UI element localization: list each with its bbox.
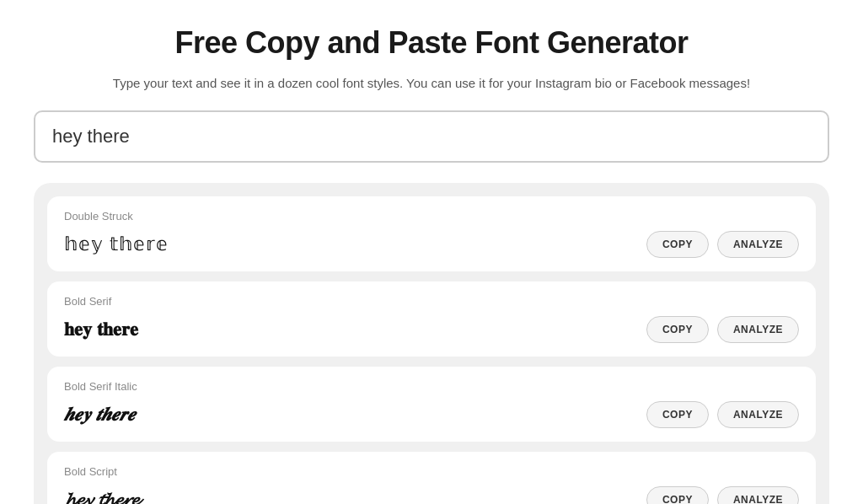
analyze-button-bold-serif-italic[interactable]: ANALYZE [717, 401, 799, 428]
font-card-inner-bold-serif-italic: 𝒉𝒆𝒚 𝒕𝒉𝒆𝒓𝒆 COPY ANALYZE [64, 401, 799, 428]
copy-button-bold-script[interactable]: COPY [646, 486, 709, 504]
copy-button-bold-serif[interactable]: COPY [646, 316, 709, 343]
card-actions-double-struck: COPY ANALYZE [646, 231, 799, 258]
font-card-double-struck: Double Struck 𝕙𝕖𝕪 𝕥𝕙𝕖𝕣𝕖 COPY ANALYZE [47, 196, 816, 271]
font-card-inner-bold-script: 𝓱𝓮𝔂 𝓽𝓱𝓮𝓻𝓮 COPY ANALYZE [64, 486, 799, 504]
font-label-bold-serif: Bold Serif [64, 295, 799, 308]
font-label-bold-script: Bold Script [64, 465, 799, 478]
results-container: Double Struck 𝕙𝕖𝕪 𝕥𝕙𝕖𝕣𝕖 COPY ANALYZE Bol… [34, 183, 829, 504]
font-preview-double-struck: 𝕙𝕖𝕪 𝕥𝕙𝕖𝕣𝕖 [64, 233, 646, 255]
card-actions-bold-serif-italic: COPY ANALYZE [646, 401, 799, 428]
font-preview-bold-serif: 𝐡𝐞𝐲 𝐭𝐡𝐞𝐫𝐞 [64, 319, 646, 340]
card-actions-bold-script: COPY ANALYZE [646, 486, 799, 504]
font-card-inner-bold-serif: 𝐡𝐞𝐲 𝐭𝐡𝐞𝐫𝐞 COPY ANALYZE [64, 316, 799, 343]
analyze-button-bold-serif[interactable]: ANALYZE [717, 316, 799, 343]
copy-button-bold-serif-italic[interactable]: COPY [646, 401, 709, 428]
font-label-double-struck: Double Struck [64, 210, 799, 223]
page-wrapper: Free Copy and Paste Font Generator Type … [0, 0, 863, 504]
page-title: Free Copy and Paste Font Generator [34, 25, 829, 61]
analyze-button-bold-script[interactable]: ANALYZE [717, 486, 799, 504]
text-input[interactable] [34, 110, 829, 163]
font-card-inner-double-struck: 𝕙𝕖𝕪 𝕥𝕙𝕖𝕣𝕖 COPY ANALYZE [64, 231, 799, 258]
font-card-bold-serif-italic: Bold Serif Italic 𝒉𝒆𝒚 𝒕𝒉𝒆𝒓𝒆 COPY ANALYZE [47, 367, 816, 442]
page-subtitle: Type your text and see it in a dozen coo… [34, 76, 829, 90]
font-card-bold-serif: Bold Serif 𝐡𝐞𝐲 𝐭𝐡𝐞𝐫𝐞 COPY ANALYZE [47, 281, 816, 357]
copy-button-double-struck[interactable]: COPY [646, 231, 709, 258]
font-preview-bold-script: 𝓱𝓮𝔂 𝓽𝓱𝓮𝓻𝓮 [64, 489, 646, 504]
card-actions-bold-serif: COPY ANALYZE [646, 316, 799, 343]
analyze-button-double-struck[interactable]: ANALYZE [717, 231, 799, 258]
font-card-bold-script: Bold Script 𝓱𝓮𝔂 𝓽𝓱𝓮𝓻𝓮 COPY ANALYZE [47, 452, 816, 504]
font-preview-bold-serif-italic: 𝒉𝒆𝒚 𝒕𝒉𝒆𝒓𝒆 [64, 404, 646, 426]
font-label-bold-serif-italic: Bold Serif Italic [64, 380, 799, 393]
